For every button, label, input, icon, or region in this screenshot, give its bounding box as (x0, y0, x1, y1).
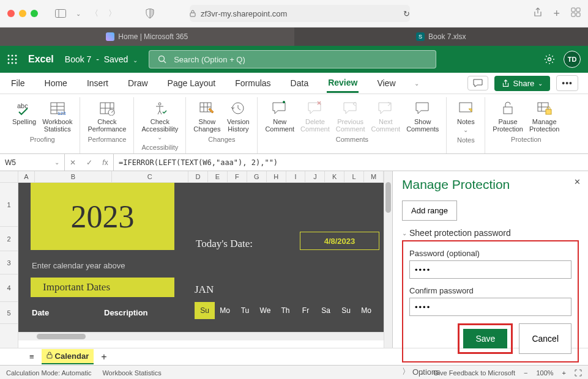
new-tab-icon[interactable]: + (553, 7, 560, 20)
search-box[interactable]: Search (Option + Q) (149, 50, 436, 68)
more-button[interactable]: ••• (556, 75, 578, 91)
vertical-scrollbar[interactable] (384, 171, 392, 348)
tab-view[interactable]: View (376, 75, 396, 92)
row-header[interactable]: 5 (0, 302, 18, 324)
weekday-cell[interactable]: Mo (356, 302, 376, 319)
row-header[interactable]: 1 (0, 183, 18, 227)
name-box[interactable]: W5⌄ (0, 154, 65, 171)
tab-draw[interactable]: Draw (127, 75, 149, 92)
confirm-password-field[interactable] (409, 298, 571, 316)
password-label: Password (optional) (409, 249, 571, 258)
share-icon[interactable] (534, 7, 542, 20)
add-sheet-button[interactable]: + (101, 351, 106, 362)
sheet-tab-calendar[interactable]: Calendar (42, 349, 94, 364)
more-tabs-icon[interactable]: ⌄ (414, 80, 419, 87)
col-header[interactable]: I (286, 171, 306, 182)
close-icon[interactable]: ✕ (574, 177, 581, 186)
col-header[interactable]: M (364, 171, 384, 182)
options-section[interactable]: 〉Options (402, 366, 579, 377)
maximize-window-button[interactable] (31, 10, 38, 17)
back-button[interactable]: 〈 (91, 8, 99, 19)
pause-protection-button[interactable]: Pause Protection (491, 98, 524, 134)
col-header[interactable]: C (112, 171, 189, 182)
fx-icon[interactable]: fx (102, 158, 108, 167)
weekday-cell[interactable]: Tu (235, 302, 255, 319)
shield-icon[interactable] (146, 9, 154, 18)
col-header[interactable]: E (208, 171, 228, 182)
password-field[interactable] (409, 260, 571, 279)
show-changes-button[interactable]: Show Changes (192, 98, 221, 134)
col-header[interactable]: A (18, 171, 35, 182)
tab-page-layout[interactable]: Page Layout (166, 75, 217, 92)
weekday-cell[interactable]: Sa (316, 302, 336, 319)
check-performance-button[interactable]: Check Performance (86, 98, 127, 134)
close-window-button[interactable] (7, 10, 15, 17)
formula-input[interactable]: =IFERROR(LEFT(TEXT(W6,"aaa"), 2),"") (114, 158, 588, 167)
col-header[interactable]: G (247, 171, 267, 182)
col-header[interactable]: L (344, 171, 364, 182)
weekday-cell[interactable]: Su (195, 302, 215, 319)
version-history-button[interactable]: Version History (225, 98, 251, 134)
doc-name[interactable]: Book 7 - Saved ⌄ (65, 54, 138, 64)
weekday-cell[interactable]: Su (336, 302, 356, 319)
svg-rect-42 (47, 355, 52, 358)
cancel-button[interactable]: Cancel (519, 323, 571, 354)
col-header[interactable]: F (228, 171, 247, 182)
reload-icon[interactable]: ↻ (403, 9, 410, 18)
tabs-overview-icon[interactable] (571, 7, 581, 20)
forward-button[interactable]: 〉 (108, 8, 116, 19)
accept-formula-icon[interactable]: ✓ (86, 158, 92, 167)
weekday-cell[interactable]: Fr (296, 302, 316, 319)
worksheet[interactable]: A B C D E F G H I J K L M 2023 Today's D… (18, 171, 384, 348)
show-comments-button[interactable]: Show Comments (405, 98, 440, 134)
workbook-stats-button[interactable]: 123 Workbook Statistics (41, 98, 73, 134)
cancel-formula-icon[interactable]: ✕ (70, 158, 76, 167)
app-launcher-icon[interactable] (7, 54, 17, 64)
row-header[interactable]: 3 (0, 251, 18, 274)
weekday-cell[interactable]: Th (275, 302, 296, 319)
col-header[interactable]: K (325, 171, 344, 182)
minimize-window-button[interactable] (19, 10, 26, 17)
manage-protection-button[interactable]: Manage Protection (528, 98, 561, 134)
new-comment-button[interactable]: New Comment (264, 98, 296, 134)
col-header[interactable]: H (267, 171, 286, 182)
col-header[interactable]: B (35, 171, 112, 182)
col-header[interactable]: D (188, 171, 208, 182)
tab-insert[interactable]: Insert (86, 75, 110, 92)
tab-data[interactable]: Data (289, 75, 310, 92)
tab-home[interactable]: Home (43, 75, 69, 92)
col-header[interactable]: J (305, 171, 325, 182)
notes-button[interactable]: Notes ⌄ (453, 98, 478, 134)
tab-review[interactable]: Review (327, 74, 359, 93)
section-header[interactable]: ⌄Sheet protection password (402, 228, 579, 238)
weekday-cell[interactable]: Mo (215, 302, 235, 319)
comments-button[interactable] (467, 76, 488, 90)
month-label: JAN (195, 284, 214, 296)
important-dates-title: Important Dates (31, 278, 174, 297)
add-range-button[interactable]: Add range (402, 201, 457, 221)
save-button[interactable]: Save (463, 329, 507, 348)
tab-file[interactable]: File (10, 75, 26, 92)
m365-icon (106, 32, 114, 41)
browser-tab-book7[interactable]: S Book 7.xlsx (294, 28, 589, 46)
year-cell[interactable]: 2023 (31, 183, 174, 250)
mac-toolbar: ⌄ 〈 〉 zf3vr-my.sharepoint.com ↻ + (0, 0, 588, 28)
row-header[interactable]: 2 (0, 227, 18, 251)
check-accessibility-button[interactable]: Check Accessibility ⌄ (140, 98, 179, 142)
settings-icon[interactable] (544, 54, 555, 65)
share-button[interactable]: Share⌄ (494, 76, 551, 91)
url-bar[interactable]: zf3vr-my.sharepoint.com ↻ (190, 5, 410, 22)
sidebar-icon[interactable] (55, 9, 66, 18)
calc-mode[interactable]: Calculation Mode: Automatic (6, 369, 91, 377)
workbook-stats-link[interactable]: Workbook Statistics (102, 369, 161, 377)
browser-tab-home[interactable]: Home | Microsoft 365 (0, 28, 294, 46)
weekday-cell[interactable]: We (255, 302, 275, 319)
avatar[interactable]: TD (564, 51, 581, 68)
svg-point-12 (15, 59, 17, 61)
spelling-button[interactable]: abc Spelling (11, 98, 37, 134)
tab-formulas[interactable]: Formulas (234, 75, 272, 92)
sheets-menu-icon[interactable]: ≡ (29, 352, 34, 361)
chevron-down-icon[interactable]: ⌄ (76, 10, 81, 17)
row-header[interactable]: 4 (0, 274, 18, 302)
horizontal-scrollbar[interactable] (18, 332, 384, 340)
